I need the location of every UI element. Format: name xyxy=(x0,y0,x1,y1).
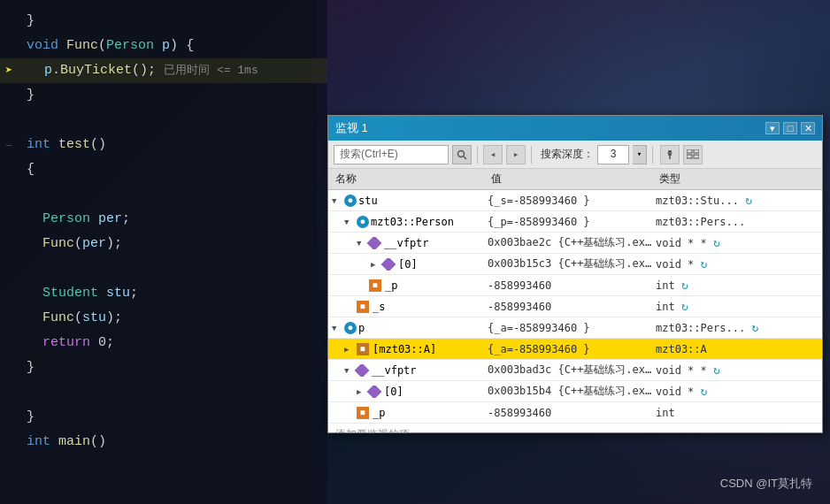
expand-icon[interactable] xyxy=(357,281,367,290)
svg-rect-7 xyxy=(687,155,692,158)
code-text-3: p.BuyTicket(); 已用时间 <= 1ms xyxy=(18,58,258,83)
refresh-icon[interactable]: ↻ xyxy=(681,300,688,313)
depth-label: 搜索深度： xyxy=(541,147,594,162)
row-value-vfptr2: 0x003bad3c {C++基础练习.exe!void(*... xyxy=(488,363,656,378)
close-button[interactable]: ✕ xyxy=(801,122,815,134)
row-type-p2: int xyxy=(656,407,822,419)
code-editor: } void Func(Person p) { ➤ p.BuyTicket();… xyxy=(0,0,327,504)
code-line-16 xyxy=(0,380,327,405)
refresh-icon-stu[interactable]: ↻ xyxy=(745,194,752,207)
row-value-person: {_p=-858993460 } xyxy=(488,216,656,228)
table-row[interactable]: ■ _p -858993460 int xyxy=(328,402,822,424)
row-value-mzt03a: {_a=-858993460 } xyxy=(488,343,656,355)
code-text-6: int test() xyxy=(18,133,106,157)
obj-icon: ● xyxy=(344,195,357,207)
var-name-p: p xyxy=(358,322,365,334)
table-row[interactable]: ▼ ● p {_a=-858993460 } mzt03::Pers... ↻ xyxy=(328,317,822,339)
table-row[interactable]: ■ _s -858993460 int ↻ xyxy=(328,296,822,317)
row-name-person: ▼ ● mzt03::Person xyxy=(328,216,488,228)
minimize-button[interactable]: ▾ xyxy=(765,122,780,134)
code-line-7: { xyxy=(0,157,327,182)
cube-icon: ■ xyxy=(357,343,369,355)
row-name-arr0-2: ▶ [0] xyxy=(328,386,488,398)
panel-toolbar: 搜索(Ctrl+E) ◂ ▸ 搜索深度： 3 ▾ xyxy=(328,141,822,169)
refresh-icon[interactable]: ↻ xyxy=(701,385,708,398)
var-name-vfptr1: __vfptr xyxy=(384,237,429,249)
table-row[interactable]: ▶ [0] 0x003b15c3 {C++基础练习.exe!mz... void… xyxy=(328,254,822,275)
restore-button[interactable]: □ xyxy=(783,122,797,134)
add-item-row[interactable]: 添加要监视的项 xyxy=(328,424,822,432)
columns-button[interactable] xyxy=(683,145,703,164)
table-row[interactable]: ▼ __vfptr 0x003bad3c {C++基础练习.exe!void(*… xyxy=(328,360,822,381)
var-name-vfptr2: __vfptr xyxy=(372,364,417,377)
row-type-arr0-2: void * ↻ xyxy=(656,385,822,398)
toolbar-separator-1 xyxy=(477,146,478,164)
expand-icon[interactable] xyxy=(344,302,355,311)
expand-icon[interactable]: ▼ xyxy=(332,196,342,205)
depth-value[interactable]: 3 xyxy=(597,145,629,164)
watch-panel: 监视 1 ▾ □ ✕ 搜索(Ctrl+E) ◂ ▸ 搜索深度： 3 ▾ xyxy=(327,115,823,433)
row-value-arr0-1: 0x003b15c3 {C++基础练习.exe!mz... xyxy=(488,256,656,271)
search-placeholder: 搜索(Ctrl+E) xyxy=(340,147,398,162)
code-line-1: } xyxy=(0,9,327,34)
var-name-p2: _p xyxy=(373,407,385,419)
code-text-16 xyxy=(18,380,35,405)
table-row[interactable]: ▼ ● stu {_s=-858993460 } mzt03::Stu... ↻ xyxy=(328,190,822,211)
obj-icon: ● xyxy=(357,216,369,228)
refresh-icon[interactable]: ↻ xyxy=(681,279,688,292)
row-value-p2: -858993460 xyxy=(488,407,656,419)
table-row[interactable]: ▼ ● mzt03::Person {_p=-858993460 } mzt03… xyxy=(328,211,822,233)
row-name-mzt03a: ▶ ■ [mzt03::A] xyxy=(328,343,488,355)
refresh-icon[interactable]: ↻ xyxy=(701,257,708,271)
expand-icon[interactable]: ▼ xyxy=(332,324,342,332)
row-value-p: {_a=-858993460 } xyxy=(488,322,656,334)
search-icon-button[interactable] xyxy=(452,145,472,164)
line-indicator-3: ➤ xyxy=(0,58,18,83)
panel-titlebar: 监视 1 ▾ □ ✕ xyxy=(328,116,822,141)
diamond-icon xyxy=(355,364,370,377)
code-text-11 xyxy=(18,256,35,281)
refresh-icon[interactable]: ↻ xyxy=(713,363,720,377)
toolbar-separator-3 xyxy=(652,146,653,164)
obj-icon: ● xyxy=(344,322,357,334)
var-name-p-member: _p xyxy=(385,279,397,292)
var-name-s-member: _s xyxy=(373,301,385,313)
column-headers: 名称 值 类型 xyxy=(328,169,822,190)
code-text-10: Func(per); xyxy=(18,232,122,256)
depth-dropdown-button[interactable]: ▾ xyxy=(633,145,647,164)
code-text-12: Student stu; xyxy=(18,281,138,306)
refresh-icon[interactable]: ↻ xyxy=(713,236,720,249)
expand-icon[interactable]: ▼ xyxy=(344,218,355,226)
watch-table[interactable]: ▼ ● stu {_s=-858993460 } mzt03::Stu... ↻… xyxy=(328,190,822,432)
var-name-arr0-2: [0] xyxy=(384,386,403,398)
table-row-highlighted[interactable]: ▶ ■ [mzt03::A] {_a=-858993460 } mzt03::A xyxy=(328,339,822,360)
diamond-icon xyxy=(367,237,382,249)
code-line-6: — int test() xyxy=(0,133,327,157)
row-type-person: mzt03::Pers... xyxy=(656,216,822,228)
row-type-vfptr1: void * * ↻ xyxy=(656,236,822,249)
nav-back-button[interactable]: ◂ xyxy=(483,145,503,164)
search-input[interactable]: 搜索(Ctrl+E) xyxy=(334,145,449,164)
var-name-mzt03a: [mzt03::A] xyxy=(373,343,436,355)
columns-icon xyxy=(687,149,699,160)
nav-forward-button[interactable]: ▸ xyxy=(506,145,526,164)
expand-icon[interactable]: ▶ xyxy=(344,345,355,354)
refresh-icon[interactable]: ↻ xyxy=(751,321,758,334)
expand-icon[interactable] xyxy=(344,409,355,417)
table-row[interactable]: ■ _p -858993460 int ↻ xyxy=(328,275,822,296)
code-line-11 xyxy=(0,256,327,281)
code-text-18: int main() xyxy=(18,430,106,454)
add-item-label: 添加要监视的项 xyxy=(335,427,410,433)
row-type-p: mzt03::Pers... ↻ xyxy=(656,321,822,334)
code-text-13: Func(stu); xyxy=(18,306,122,331)
line-indicator-6: — xyxy=(0,133,18,157)
row-type-mzt03a: mzt03::A xyxy=(656,343,822,355)
table-row[interactable]: ▼ __vfptr 0x003bae2c {C++基础练习.exe!voi...… xyxy=(328,233,822,254)
table-row[interactable]: ▶ [0] 0x003b15b4 {C++基础练习.exe!mzt0... vo… xyxy=(328,381,822,402)
code-line-18: int main() xyxy=(0,430,327,454)
search-icon xyxy=(457,149,467,160)
pin-button[interactable] xyxy=(660,145,680,164)
code-line-8 xyxy=(0,182,327,207)
svg-rect-8 xyxy=(694,155,699,158)
row-name-vfptr2: ▼ __vfptr xyxy=(328,364,488,377)
